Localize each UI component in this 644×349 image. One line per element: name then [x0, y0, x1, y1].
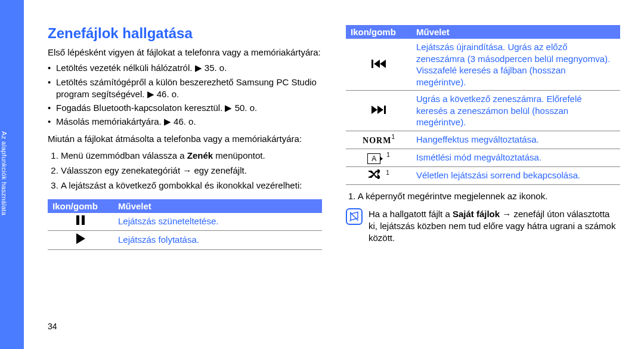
list-item: Fogadás Bluetooth-kapcsolaton keresztül.…: [48, 102, 322, 114]
left-column: Zenefájlok hallgatása Első lépésként vig…: [48, 25, 322, 337]
list-item: Másolás memóriakártyára. ▶ 46. o.: [48, 116, 322, 128]
step-text: Menü üzemmódban válassza a: [61, 150, 187, 160]
row-desc: Lejátszás szüneteltetése.: [113, 213, 322, 231]
row-desc: Ugrás a következő zeneszámra. Előrefelé …: [411, 91, 620, 131]
shuffle-icon: 1: [346, 166, 411, 184]
svg-marker-4: [377, 106, 383, 114]
table-row: A 1 Ismétlési mód megváltoztatása.: [346, 149, 620, 166]
list-item: Letöltés számítógépről a külön beszerezh…: [48, 76, 322, 101]
row-desc: Lejátszás újraindítása. Ugrás az előző z…: [411, 39, 620, 91]
table-row: 1 Véletlen lejátszási sorrend bekapcsolá…: [346, 166, 620, 184]
table-header: Ikon/gomb: [346, 25, 411, 39]
svg-rect-5: [384, 106, 386, 114]
norm-icon: NORM1: [346, 131, 411, 149]
row-desc: Hangeffektus megváltoztatása.: [411, 131, 620, 149]
table-header: Művelet: [411, 25, 620, 39]
next-track-icon: [346, 91, 411, 131]
table-row: Ugrás a következő zeneszámra. Előrefelé …: [346, 91, 620, 131]
play-icon: [48, 230, 113, 249]
table-header: Művelet: [113, 199, 322, 213]
note-icon: [346, 208, 363, 225]
svg-marker-1: [374, 60, 380, 68]
repeat-mode-icon: A 1: [346, 149, 411, 166]
step-item: Menü üzemmódban válassza a Zenék menüpon…: [61, 150, 322, 162]
table-row: Lejátszás folytatása.: [48, 230, 322, 249]
table-row: NORM1 Hangeffektus megváltoztatása.: [346, 131, 620, 149]
table-footnote: 1. A képernyőt megérintve megjelennek az…: [346, 191, 620, 201]
svg-marker-3: [371, 106, 377, 114]
sidebar-tab: Az alapfunkciók használata: [0, 0, 24, 349]
step-item: Válasszon egy zenekategóriát → egy zenef…: [61, 165, 322, 177]
steps-list: Menü üzemmódban válassza a Zenék menüpon…: [48, 150, 322, 192]
right-column: Ikon/gomb Művelet Lejátszás újraindítása…: [346, 25, 620, 337]
intro-text: Első lépésként vigyen át fájlokat a tele…: [48, 47, 322, 58]
controls-table-left: Ikon/gomb Művelet Lejátszás szünetelteté…: [48, 199, 322, 250]
bullet-list: Letöltés vezeték nélküli hálózatról. ▶ 3…: [48, 62, 322, 128]
previous-track-icon: [346, 39, 411, 91]
table-row: Lejátszás szüneteltetése.: [48, 213, 322, 231]
step-item: A lejátszást a következő gombokkal és ik…: [61, 180, 322, 192]
step-bold: Zenék: [187, 150, 213, 160]
note-text: Ha a hallgatott fájlt a Saját fájlok → z…: [369, 208, 620, 245]
controls-table-right: Ikon/gomb Művelet Lejátszás újraindítása…: [346, 25, 620, 185]
row-desc: Véletlen lejátszási sorrend bekapcsolása…: [411, 166, 620, 184]
table-header: Ikon/gomb: [48, 199, 113, 213]
list-item: Letöltés vezeték nélküli hálózatról. ▶ 3…: [48, 62, 322, 74]
note-box: Ha a hallgatott fájlt a Saját fájlok → z…: [346, 208, 620, 245]
page-content: Zenefájlok hallgatása Első lépésként vig…: [48, 25, 620, 337]
sidebar-label: Az alapfunkciók használata: [1, 131, 8, 251]
pause-icon: [48, 213, 113, 231]
row-desc: Ismétlési mód megváltoztatása.: [411, 149, 620, 166]
step-text: menüpontot.: [213, 150, 265, 160]
svg-rect-0: [371, 60, 373, 68]
page-title: Zenefájlok hallgatása: [48, 25, 322, 42]
svg-marker-2: [380, 60, 386, 68]
table-row: Lejátszás újraindítása. Ugrás az előző z…: [346, 39, 620, 91]
row-desc: Lejátszás folytatása.: [113, 230, 322, 249]
page-number: 34: [48, 322, 57, 331]
after-copy-text: Miután a fájlokat átmásolta a telefonba …: [48, 133, 322, 145]
